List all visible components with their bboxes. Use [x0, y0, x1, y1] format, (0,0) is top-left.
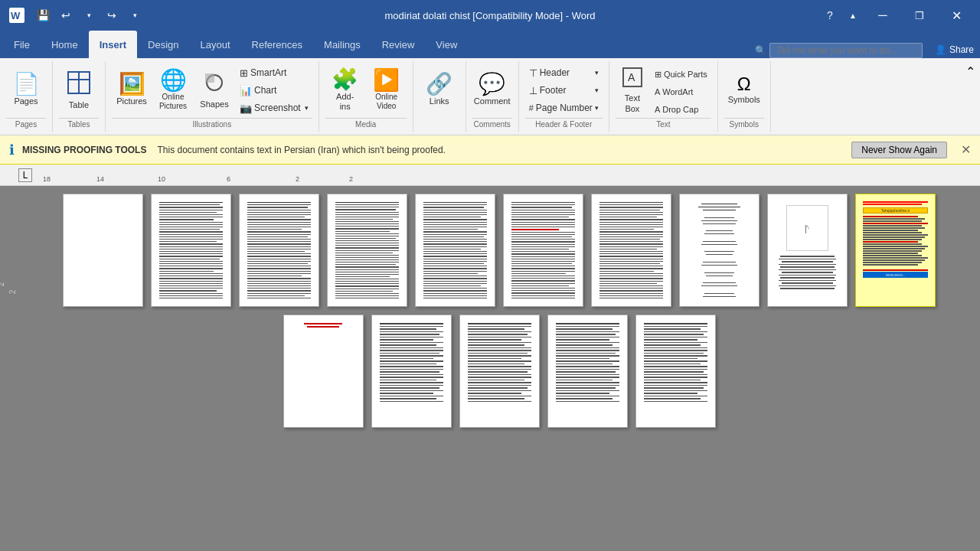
- ribbon: File Home Insert Design Layout Reference…: [0, 31, 980, 135]
- illustrations-col: ⊞ SmartArt 📊 Chart 📷 Screenshot ▾: [236, 64, 312, 116]
- title-bar-controls: ? ▲ ─ ❒ ✕: [819, 0, 974, 31]
- symbols-button[interactable]: Ω Symbols: [724, 64, 764, 116]
- ruler-tab[interactable]: L: [18, 168, 32, 182]
- page-thumbnail-10[interactable]: Tahqiqshonline.ir: [855, 194, 936, 307]
- tab-view[interactable]: View: [425, 31, 468, 58]
- collapse-ribbon-button[interactable]: ⌃: [961, 61, 980, 82]
- page-thumbnail-11[interactable]: [283, 315, 364, 428]
- page-thumbnail-2[interactable]: [151, 194, 231, 307]
- dropcap-button[interactable]: A Drop Cap: [651, 101, 711, 118]
- ribbon-group-symbols: Ω Symbols Symbols: [718, 61, 771, 132]
- ruler-num-10: 10: [158, 175, 165, 183]
- help-button[interactable]: ?: [819, 5, 841, 26]
- ribbon-display-button[interactable]: ▲: [842, 5, 864, 26]
- tab-references[interactable]: References: [241, 31, 313, 58]
- tab-home[interactable]: Home: [41, 31, 89, 58]
- shapes-button[interactable]: Shapes: [194, 64, 234, 116]
- screenshot-icon: 📷: [240, 103, 252, 114]
- text-group-label: Text: [616, 118, 711, 130]
- footer-dropdown[interactable]: ▾: [595, 86, 599, 94]
- page-thumbnail-12[interactable]: [371, 315, 452, 428]
- page-thumbnail-6[interactable]: [503, 194, 583, 307]
- online-pictures-button[interactable]: 🌐 Online Pictures: [153, 64, 193, 116]
- wordart-icon: A: [655, 87, 660, 96]
- table-button[interactable]: Table: [59, 64, 99, 116]
- document-area: 2 2 6 10 14 18 22: [0, 186, 980, 551]
- page-number-sidebar: 2 2 6 10 14 18 22: [0, 278, 18, 294]
- page-thumbnail-7[interactable]: [591, 194, 671, 307]
- pictures-icon: 🖼️: [119, 73, 145, 95]
- page-content-3: [240, 194, 318, 306]
- undo-dropdown[interactable]: ▾: [78, 5, 100, 26]
- page-thumbnail-1[interactable]: [63, 194, 143, 307]
- page-thumbnail-13[interactable]: [459, 315, 540, 428]
- ribbon-tab-bar: File Home Insert Design Layout Reference…: [0, 31, 980, 58]
- page-thumbnail-14[interactable]: [547, 315, 628, 428]
- save-button[interactable]: 💾: [32, 5, 54, 26]
- ribbon-search-input[interactable]: [769, 43, 923, 58]
- tab-layout[interactable]: Layout: [190, 31, 241, 58]
- page-thumbnail-15[interactable]: [635, 315, 716, 428]
- word-icon: W: [6, 5, 28, 26]
- svg-text:A: A: [628, 71, 635, 83]
- comments-items: 💬 Comment: [472, 63, 512, 118]
- undo-button[interactable]: ↩: [55, 5, 77, 26]
- links-button[interactable]: 🔗 Links: [420, 64, 459, 116]
- ruler-track: 18 14 10 6 2 2: [35, 168, 980, 183]
- footer-button[interactable]: ⊥ Footer ▾: [525, 82, 603, 99]
- minimize-button[interactable]: ─: [865, 0, 900, 31]
- text-box-button[interactable]: A Text Box: [616, 64, 649, 116]
- header-button[interactable]: ⊤ Header ▾: [525, 64, 603, 81]
- quick-parts-button[interactable]: ⊞ Quick Parts: [651, 66, 711, 83]
- page-thumbnail-3[interactable]: [239, 194, 319, 307]
- screenshot-dropdown[interactable]: ▾: [305, 104, 309, 112]
- tab-review[interactable]: Review: [371, 31, 426, 58]
- page-number-dropdown[interactable]: ▾: [595, 104, 599, 112]
- footer-icon: ⊥: [529, 85, 537, 96]
- page-content-1: [64, 194, 142, 306]
- share-button[interactable]: 👤 Share: [929, 41, 980, 58]
- tab-design[interactable]: Design: [137, 31, 189, 58]
- media-group-label: Media: [325, 118, 407, 130]
- customize-button[interactable]: ▾: [124, 5, 145, 26]
- chart-button[interactable]: 📊 Chart: [236, 82, 312, 99]
- close-button[interactable]: ✕: [939, 0, 974, 31]
- tab-file[interactable]: File: [3, 31, 41, 58]
- notification-message: This document contains text in Persian (…: [157, 145, 445, 155]
- page-thumbnail-5[interactable]: [415, 194, 495, 307]
- online-pictures-icon: 🌐: [160, 70, 187, 91]
- restore-button[interactable]: ❒: [902, 0, 937, 31]
- page-number-icon: #: [529, 103, 534, 112]
- tab-insert[interactable]: Insert: [89, 31, 137, 58]
- text-items: A Text Box ⊞ Quick Parts A WordArt A Dro…: [616, 63, 711, 118]
- ribbon-group-text: A Text Box ⊞ Quick Parts A WordArt A Dro…: [609, 61, 718, 132]
- smartart-button[interactable]: ⊞ SmartArt: [236, 64, 312, 81]
- never-show-again-button[interactable]: Never Show Again: [851, 142, 947, 158]
- page-thumbnail-8[interactable]: [679, 194, 760, 307]
- comments-group-label: Comments: [472, 118, 512, 130]
- pages-button[interactable]: 📄 Pages: [6, 64, 46, 116]
- share-icon: 👤: [935, 44, 946, 55]
- ruler-num-14: 14: [96, 175, 104, 183]
- notification-close-button[interactable]: ✕: [961, 142, 971, 157]
- wordart-button[interactable]: A WordArt: [651, 83, 711, 100]
- screenshot-button[interactable]: 📷 Screenshot ▾: [236, 99, 312, 116]
- header-dropdown[interactable]: ▾: [595, 69, 599, 77]
- addins-button[interactable]: 🧩 Add- ins: [325, 64, 365, 116]
- symbols-items: Ω Symbols: [724, 63, 764, 118]
- text-box-icon: A: [622, 67, 643, 92]
- notification-icon: ℹ: [9, 142, 15, 158]
- tab-mailings[interactable]: Mailings: [313, 31, 371, 58]
- page-number-button[interactable]: # Page Number ▾: [525, 99, 603, 116]
- hf-col: ⊤ Header ▾ ⊥ Footer ▾ # Page Number ▾: [525, 64, 603, 116]
- pictures-button[interactable]: 🖼️ Pictures: [112, 64, 152, 116]
- comment-button[interactable]: 💬 Comment: [472, 64, 512, 116]
- notification-bar: ℹ MISSING PROOFING TOOLS This document c…: [0, 135, 980, 165]
- redo-button[interactable]: ↪: [101, 5, 122, 26]
- online-video-button[interactable]: ▶️ Online Video: [367, 64, 407, 116]
- page-thumbnail-4[interactable]: [327, 194, 407, 307]
- document-title: modiriat dolati chist [Compatibility Mod…: [384, 10, 595, 21]
- page-thumbnail-9[interactable]: 𐰃: [767, 194, 848, 307]
- pages-group-label: Pages: [6, 118, 46, 130]
- quick-access-toolbar: 💾 ↩ ▾ ↪ ▾: [32, 5, 145, 26]
